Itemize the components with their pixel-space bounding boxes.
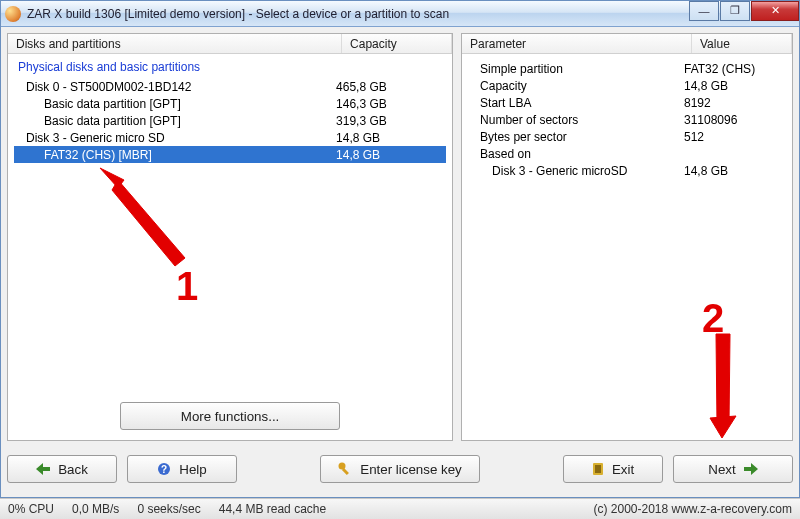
enter-license-button[interactable]: Enter license key <box>320 455 480 483</box>
titlebar[interactable]: ZAR X build 1306 [Limited demo version] … <box>1 1 799 27</box>
param-name: Start LBA <box>470 96 684 110</box>
door-icon <box>592 462 604 476</box>
maximize-button[interactable]: ❐ <box>720 1 750 21</box>
license-label: Enter license key <box>360 462 462 477</box>
disks-panel: Disks and partitions Capacity Physical d… <box>7 33 453 441</box>
col-capacity-header[interactable]: Capacity <box>342 34 452 53</box>
param-row: Number of sectors31108096 <box>470 111 784 128</box>
param-value: FAT32 (CHS) <box>684 62 784 76</box>
tree-row[interactable]: Basic data partition [GPT]319,3 GB <box>14 112 446 129</box>
param-row: Simple partitionFAT32 (CHS) <box>470 60 784 77</box>
svg-text:?: ? <box>161 464 167 475</box>
param-value: 14,8 GB <box>684 79 784 93</box>
param-row: Start LBA8192 <box>470 94 784 111</box>
tree-row-name: Basic data partition [GPT] <box>44 114 336 128</box>
status-bar: 0% CPU 0,0 MB/s 0 seeks/sec 44,4 MB read… <box>0 498 800 519</box>
status-copyright: (c) 2000-2018 www.z-a-recovery.com <box>593 502 792 516</box>
param-value: 8192 <box>684 96 784 110</box>
status-cpu: 0% CPU <box>8 502 72 516</box>
param-name: Disk 3 - Generic microSD <box>470 164 684 178</box>
more-functions-button[interactable]: More functions... <box>120 402 340 430</box>
more-functions-label: More functions... <box>181 409 280 424</box>
next-label: Next <box>708 462 735 477</box>
tree-row-capacity: 465,8 GB <box>336 80 446 94</box>
disks-tree: Physical disks and basic partitions Disk… <box>8 54 452 396</box>
svg-rect-6 <box>595 465 601 473</box>
parameters-list: Simple partitionFAT32 (CHS)Capacity14,8 … <box>462 54 792 185</box>
tree-row[interactable]: Disk 3 - Generic micro SD14,8 GB <box>14 129 446 146</box>
exit-label: Exit <box>612 462 634 477</box>
svg-rect-4 <box>342 468 349 475</box>
status-mbs: 0,0 MB/s <box>72 502 137 516</box>
param-value: 14,8 GB <box>684 164 784 178</box>
param-name: Based on <box>470 147 684 161</box>
col-parameter-header[interactable]: Parameter <box>462 34 692 53</box>
help-icon: ? <box>157 462 171 476</box>
close-button[interactable]: ✕ <box>751 1 799 21</box>
button-bar: Back ? Help Enter license key Exit Next <box>7 451 793 487</box>
param-row: Disk 3 - Generic microSD14,8 GB <box>470 162 784 179</box>
tree-row-name: FAT32 (CHS) [MBR] <box>44 148 336 162</box>
tree-row-capacity: 319,3 GB <box>336 114 446 128</box>
param-name: Number of sectors <box>470 113 684 127</box>
param-name: Simple partition <box>470 62 684 76</box>
status-seeks: 0 seeks/sec <box>137 502 218 516</box>
tree-row-capacity: 146,3 GB <box>336 97 446 111</box>
tree-row-name: Disk 0 - ST500DM002-1BD142 <box>26 80 336 94</box>
param-value: 512 <box>684 130 784 144</box>
back-label: Back <box>58 462 88 477</box>
param-row: Bytes per sector512 <box>470 128 784 145</box>
arrow-right-icon <box>744 463 758 475</box>
key-icon <box>338 462 352 476</box>
tree-row-selected[interactable]: FAT32 (CHS) [MBR]14,8 GB <box>14 146 446 163</box>
col-disks-header[interactable]: Disks and partitions <box>8 34 342 53</box>
main-content: Disks and partitions Capacity Physical d… <box>7 33 793 441</box>
app-window: ZAR X build 1306 [Limited demo version] … <box>0 0 800 498</box>
status-cache: 44,4 MB read cache <box>219 502 344 516</box>
exit-button[interactable]: Exit <box>563 455 663 483</box>
arrow-left-icon <box>36 463 50 475</box>
tree-row[interactable]: Basic data partition [GPT]146,3 GB <box>14 95 446 112</box>
help-label: Help <box>179 462 206 477</box>
parameters-panel: Parameter Value Simple partitionFAT32 (C… <box>461 33 793 441</box>
window-title: ZAR X build 1306 [Limited demo version] … <box>27 7 688 21</box>
param-name: Capacity <box>470 79 684 93</box>
next-button[interactable]: Next <box>673 455 793 483</box>
param-name: Bytes per sector <box>470 130 684 144</box>
svg-marker-0 <box>36 463 50 475</box>
tree-row-name: Disk 3 - Generic micro SD <box>26 131 336 145</box>
param-value: 31108096 <box>684 113 784 127</box>
tree-row-name: Basic data partition [GPT] <box>44 97 336 111</box>
app-icon <box>5 6 21 22</box>
physical-disks-section: Physical disks and basic partitions <box>18 60 446 74</box>
disks-column-header: Disks and partitions Capacity <box>8 34 452 54</box>
back-button[interactable]: Back <box>7 455 117 483</box>
minimize-button[interactable]: — <box>689 1 719 21</box>
tree-row-capacity: 14,8 GB <box>336 131 446 145</box>
help-button[interactable]: ? Help <box>127 455 237 483</box>
svg-marker-7 <box>744 463 758 475</box>
tree-row[interactable]: Disk 0 - ST500DM002-1BD142465,8 GB <box>14 78 446 95</box>
tree-row-capacity: 14,8 GB <box>336 148 446 162</box>
param-column-header: Parameter Value <box>462 34 792 54</box>
param-row: Capacity14,8 GB <box>470 77 784 94</box>
col-value-header[interactable]: Value <box>692 34 792 53</box>
window-controls: — ❐ ✕ <box>688 1 799 21</box>
param-row: Based on <box>470 145 784 162</box>
